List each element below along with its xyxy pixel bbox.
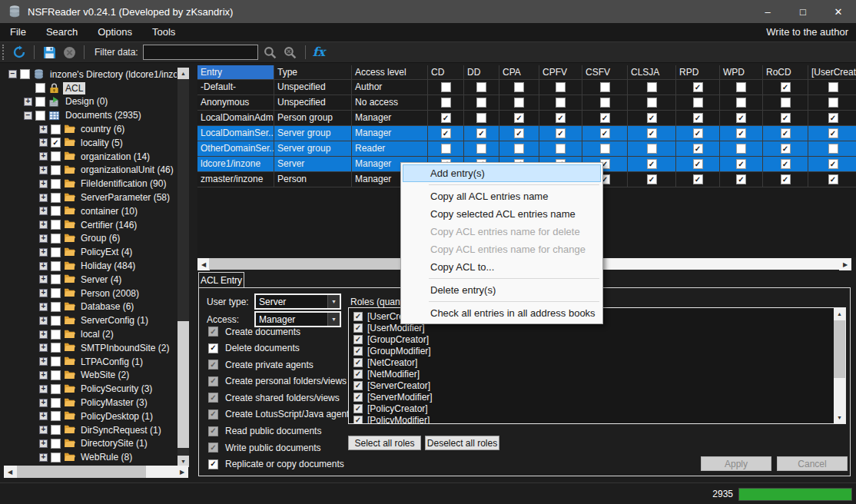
tree-item-checkbox[interactable] (51, 193, 61, 203)
flag-checkbox[interactable] (476, 113, 486, 123)
column-header-cpa[interactable]: CPA (499, 65, 539, 80)
menu-item-copy-all-acl-entries-name[interactable]: Copy all ACL entries name (403, 187, 601, 205)
flag-checkbox[interactable] (828, 98, 838, 108)
minimize-button[interactable]: – (750, 0, 785, 23)
flag-checkbox[interactable]: ✓ (781, 159, 791, 169)
flag-checkbox[interactable] (647, 82, 657, 92)
permission-checkbox[interactable]: ✓ (208, 443, 218, 453)
expand-icon[interactable]: + (39, 357, 48, 366)
scroll-down-icon[interactable]: ▼ (834, 412, 845, 423)
column-header-rpd[interactable]: RPD (676, 65, 720, 80)
flag-checkbox[interactable] (514, 144, 524, 154)
role-checkbox[interactable]: ✓ (353, 358, 363, 367)
flag-checkbox[interactable] (828, 144, 838, 154)
table-row[interactable]: AnonymousUnspecifiedNo access (197, 95, 856, 111)
tree-item[interactable]: +Server (4) (4, 273, 177, 287)
role-checkbox[interactable]: ✓ (353, 323, 363, 333)
role-checkbox[interactable]: ✓ (353, 393, 363, 402)
flag-checkbox[interactable]: ✓ (736, 128, 746, 138)
flag-checkbox[interactable]: ✓ (556, 113, 566, 123)
column-header-entry[interactable]: Entry (197, 65, 274, 80)
tree-item-checkbox[interactable] (51, 411, 61, 421)
menu-item-add-entry-s-[interactable]: Add entry(s) (403, 164, 601, 182)
tree-vertical-scrollbar[interactable]: ▲ ▼ (178, 68, 189, 467)
tree-item-checkbox[interactable] (51, 124, 61, 134)
flag-checkbox[interactable]: ✓ (514, 113, 524, 123)
column-header-type[interactable]: Type (274, 65, 352, 80)
flag-checkbox[interactable]: ✓ (781, 128, 791, 138)
column-header-wpd[interactable]: WPD (720, 65, 763, 80)
tree-item-checkbox[interactable] (51, 274, 61, 284)
scroll-up-icon[interactable]: ▲ (178, 68, 189, 79)
toolbar-grip[interactable] (2, 45, 5, 60)
tree-item[interactable]: +country (6) (4, 122, 177, 136)
tree-item[interactable]: ACL (4, 81, 177, 95)
expand-icon[interactable]: + (39, 412, 48, 420)
expand-icon[interactable]: + (39, 248, 48, 257)
flag-checkbox[interactable]: ✓ (781, 113, 791, 123)
tree-item[interactable]: −inzone's Directory (ldcore1/inzo (4, 68, 177, 81)
table-row[interactable]: LocalDomainAdm...Person groupManager✓✓✓✓… (197, 111, 856, 126)
access-select[interactable]: Manager ▼ (254, 311, 341, 327)
column-header-dd[interactable]: DD (464, 65, 499, 80)
expand-icon[interactable]: + (39, 439, 48, 448)
flag-checkbox[interactable]: ✓ (441, 113, 451, 123)
table-row[interactable]: -Default-UnspecifiedAuthor✓✓ (197, 80, 856, 95)
expand-icon[interactable]: + (39, 399, 48, 407)
expand-icon[interactable]: + (39, 166, 48, 174)
tree-item[interactable]: +PolicyExt (4) (4, 245, 177, 259)
tree-item-checkbox[interactable] (35, 83, 45, 93)
menu-item-check-all-entries-in-all-address-books[interactable]: Check all entries in all address books (403, 304, 601, 322)
tree-item-checkbox[interactable] (51, 247, 61, 257)
role-checkbox[interactable]: ✓ (353, 381, 363, 390)
tree-item[interactable]: −Documents (2935) (4, 108, 177, 122)
tree-item-checkbox[interactable] (51, 288, 61, 298)
tab-acl-entry[interactable]: ACL Entry (198, 272, 244, 288)
expand-icon[interactable]: + (39, 330, 48, 339)
menu-tools[interactable]: Tools (142, 26, 185, 38)
flag-checkbox[interactable] (441, 82, 451, 92)
tree-item-checkbox[interactable] (35, 97, 45, 107)
expand-icon[interactable]: + (39, 125, 48, 134)
tree-item[interactable]: +Group (6) (4, 232, 177, 246)
maximize-button[interactable]: □ (785, 0, 821, 23)
expand-icon[interactable]: + (39, 343, 48, 352)
save-icon[interactable] (41, 45, 57, 60)
menu-item-copy-acl-entries-name-for-delete[interactable]: Copy ACL entries name for delete (403, 223, 601, 240)
column-header-clsja[interactable]: CLSJA (628, 65, 676, 80)
flag-checkbox[interactable] (441, 144, 451, 154)
expand-icon[interactable]: + (39, 234, 48, 243)
menu-options[interactable]: Options (88, 26, 142, 38)
tree-item-checkbox[interactable] (51, 234, 61, 244)
tree-item[interactable]: +✓locality (5) (4, 136, 177, 150)
tree-item[interactable]: +DirSyncRequest (1) (4, 423, 177, 437)
flag-checkbox[interactable]: ✓ (781, 174, 791, 184)
flag-checkbox[interactable]: ✓ (647, 174, 657, 184)
tree-item-checkbox[interactable] (35, 111, 45, 121)
flag-checkbox[interactable] (441, 98, 451, 108)
role-row[interactable]: ✓[ServerModifier] (349, 391, 845, 403)
tree-item-checkbox[interactable] (51, 220, 61, 230)
flag-checkbox[interactable]: ✓ (441, 128, 451, 138)
expand-icon[interactable]: + (39, 371, 48, 380)
scroll-left-icon[interactable]: ◀ (4, 466, 16, 478)
flag-checkbox[interactable]: ✓ (647, 159, 657, 169)
tree-item[interactable]: +Person (2008) (4, 287, 177, 300)
tree-item-checkbox[interactable] (51, 356, 61, 366)
flag-checkbox[interactable]: ✓ (647, 128, 657, 138)
flag-checkbox[interactable]: ✓ (600, 128, 610, 138)
tree-item[interactable]: +Design (0) (4, 95, 177, 109)
expand-icon[interactable]: + (39, 220, 48, 229)
roles-scrollbar[interactable]: ▲ ▼ (834, 308, 845, 423)
table-row[interactable]: OtherDomainSer...Server groupReader✓✓ (197, 141, 856, 157)
tree-item[interactable]: +local (2) (4, 327, 177, 341)
flag-checkbox[interactable] (647, 98, 657, 108)
flag-checkbox[interactable] (647, 144, 657, 154)
tree-item[interactable]: +organizationalUnit (46) (4, 164, 177, 177)
tree-item[interactable]: +LTPAConfig (1) (4, 355, 177, 369)
scrollbar-thumb[interactable] (209, 258, 406, 270)
flag-checkbox[interactable] (736, 82, 746, 92)
column-header-cpfv[interactable]: CPFV (539, 65, 582, 80)
scroll-right-icon[interactable]: ▶ (176, 466, 188, 478)
flag-checkbox[interactable]: ✓ (828, 174, 838, 184)
